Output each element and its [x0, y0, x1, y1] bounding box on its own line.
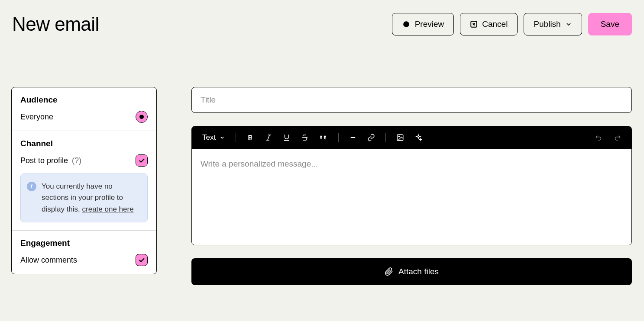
- strikethrough-button[interactable]: [299, 132, 311, 143]
- editor-toolbar: Text: [192, 126, 631, 149]
- redo-button[interactable]: [612, 132, 623, 143]
- paperclip-icon: [385, 267, 393, 276]
- image-icon: [396, 134, 404, 141]
- audience-everyone-option[interactable]: Everyone: [20, 111, 148, 123]
- engagement-option-label: Allow comments: [20, 256, 77, 265]
- allow-comments-checkbox[interactable]: [136, 254, 148, 266]
- underline-button[interactable]: [281, 132, 292, 143]
- bold-icon: [246, 134, 254, 141]
- undo-icon: [595, 134, 603, 141]
- check-icon: [138, 157, 146, 164]
- chevron-down-icon: [565, 21, 572, 28]
- channel-section: Channel Post to profile (?) i You curren…: [12, 131, 156, 231]
- cancel-label: Cancel: [482, 19, 508, 29]
- quote-button[interactable]: [317, 132, 330, 144]
- text-style-dropdown[interactable]: Text: [201, 132, 227, 144]
- channel-option-label: Post to profile: [20, 156, 68, 165]
- publish-label: Publish: [534, 19, 560, 29]
- radio-dot-icon: [139, 115, 144, 119]
- svg-point-11: [398, 136, 399, 137]
- info-text-wrapper: You currently have no sections in your p…: [42, 181, 141, 215]
- image-button[interactable]: [395, 132, 406, 143]
- audience-heading: Audience: [20, 95, 148, 105]
- save-label: Save: [601, 19, 619, 29]
- link-icon: [367, 134, 375, 141]
- underline-icon: [283, 134, 291, 141]
- bold-button[interactable]: [245, 132, 256, 143]
- svg-point-2: [405, 24, 407, 25]
- link-button[interactable]: [366, 132, 377, 143]
- toolbar-divider: [236, 133, 236, 142]
- check-icon: [138, 256, 146, 264]
- save-button[interactable]: Save: [588, 13, 632, 35]
- editor-wrapper: Text: [191, 126, 632, 245]
- quote-icon: [319, 133, 328, 142]
- minus-icon: [349, 134, 357, 141]
- svg-line-6: [268, 135, 270, 140]
- main-editor-area: Text: [191, 87, 632, 285]
- channel-option-wrapper: Post to profile (?): [20, 156, 81, 165]
- horizontal-rule-button[interactable]: [347, 132, 359, 143]
- channel-heading: Channel: [20, 139, 148, 148]
- post-to-profile-option[interactable]: Post to profile (?): [20, 154, 148, 167]
- attach-label: Attach files: [398, 267, 439, 276]
- close-icon: [470, 20, 478, 28]
- toolbar-divider: [385, 133, 386, 142]
- header-actions: Preview Cancel Publish Save: [392, 13, 632, 35]
- engagement-heading: Engagement: [20, 238, 148, 248]
- text-style-label: Text: [202, 133, 216, 142]
- audience-radio[interactable]: [136, 111, 148, 123]
- allow-comments-option[interactable]: Allow comments: [20, 254, 148, 266]
- chevron-down-icon: [219, 135, 225, 141]
- title-input[interactable]: [191, 87, 632, 113]
- info-icon: i: [27, 182, 36, 191]
- sparkle-icon: [414, 134, 422, 141]
- publish-button[interactable]: Publish: [524, 13, 582, 35]
- italic-icon: [265, 134, 272, 141]
- sidebar: Audience Everyone Channel Post to profil…: [11, 87, 157, 274]
- undo-button[interactable]: [593, 132, 605, 143]
- message-editor[interactable]: Write a personalized message...: [192, 149, 631, 245]
- audience-option-label: Everyone: [20, 112, 53, 122]
- eye-icon: [402, 20, 411, 29]
- post-to-profile-checkbox[interactable]: [136, 154, 148, 167]
- attach-files-button[interactable]: Attach files: [191, 258, 632, 285]
- italic-button[interactable]: [263, 132, 274, 143]
- strikethrough-icon: [301, 134, 309, 141]
- help-icon[interactable]: (?): [72, 156, 81, 165]
- preview-button[interactable]: Preview: [392, 13, 454, 35]
- toolbar-divider: [338, 133, 339, 142]
- ai-button[interactable]: [413, 132, 424, 143]
- page-title: New email: [12, 13, 99, 35]
- create-section-link[interactable]: create one here: [82, 205, 134, 213]
- info-box: i You currently have no sections in your…: [20, 173, 148, 222]
- engagement-section: Engagement Allow comments: [12, 231, 156, 274]
- content-area: Audience Everyone Channel Post to profil…: [0, 53, 644, 297]
- redo-icon: [613, 134, 621, 141]
- page-header: New email Preview Cancel Publish: [0, 0, 644, 53]
- audience-section: Audience Everyone: [12, 87, 156, 131]
- preview-label: Preview: [415, 19, 444, 29]
- cancel-button[interactable]: Cancel: [460, 13, 518, 35]
